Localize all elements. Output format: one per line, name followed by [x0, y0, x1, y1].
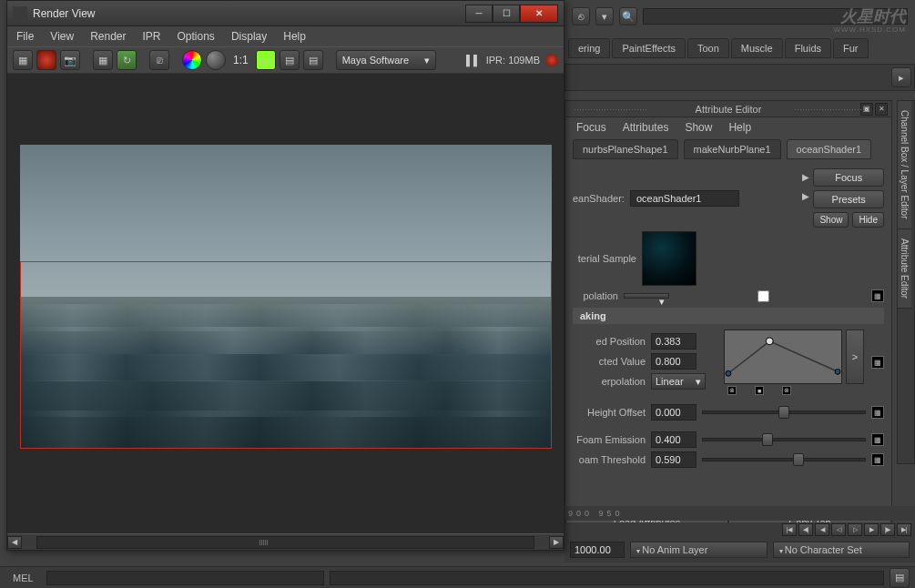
ae-title-text: Attribute Editor	[696, 104, 762, 115]
ae-menu-help[interactable]: Help	[728, 121, 751, 134]
menu-ipr[interactable]: IPR	[143, 30, 161, 43]
render-menubar: File View Render IPR Options Display Hel…	[7, 26, 564, 46]
toolbar-dropdown-icon[interactable]: ▾	[595, 7, 614, 25]
trunc-swatch[interactable]: ▦	[871, 289, 884, 302]
real-size-button[interactable]: ▢	[256, 50, 276, 70]
toolbar-icon[interactable]: ⎋	[572, 7, 590, 25]
char-set-dropdown[interactable]: ▾ No Character Set	[773, 542, 910, 558]
play-back-button[interactable]: ◀	[815, 523, 829, 536]
scroll-thumb[interactable]	[236, 537, 290, 548]
selected-value-field[interactable]: 0.800	[651, 353, 696, 370]
selected-value-label: cted Value	[573, 356, 646, 367]
scroll-left-button[interactable]: ◀	[7, 536, 22, 549]
ae-tab-oceanshader[interactable]: oceanShader1	[787, 139, 872, 159]
display-rgb-button[interactable]	[182, 50, 202, 70]
ae-menu-attributes[interactable]: Attributes	[623, 121, 669, 134]
ramp-handle-3[interactable]: ⊗	[782, 386, 791, 395]
goto-output-icon[interactable]: ▶	[802, 191, 809, 201]
ae-tab-nurbsplaneshape[interactable]: nurbsPlaneShape1	[573, 139, 678, 159]
shelf-tab-toon[interactable]: Toon	[687, 38, 729, 58]
remove-image-button[interactable]: ▤	[303, 50, 323, 70]
search-icon[interactable]: 🔍	[619, 7, 637, 25]
sidebar-tab-channelbox[interactable]: Channel Box / Layer Editor	[898, 101, 911, 229]
material-sample-swatch[interactable]	[642, 231, 696, 286]
ramp-graph[interactable]	[724, 329, 842, 384]
step-back-button[interactable]: ◀|	[798, 523, 813, 536]
render-region-button[interactable]	[36, 50, 56, 70]
ae-menu-focus[interactable]: Focus	[576, 121, 606, 134]
foam-emission-slider[interactable]	[702, 438, 866, 441]
refresh-ipr-button[interactable]: ↻	[117, 50, 137, 70]
ramp-next-button[interactable]: >	[846, 329, 864, 384]
section-header[interactable]: aking	[573, 308, 884, 324]
app-icon	[13, 6, 27, 21]
goto-start-button[interactable]: |◀	[782, 523, 797, 536]
script-editor-button[interactable]: ▤	[890, 568, 910, 588]
shelf-tab-fluids[interactable]: Fluids	[785, 38, 831, 58]
goto-end-button[interactable]: ▶|	[897, 523, 911, 536]
foam-threshold-slider[interactable]	[702, 458, 866, 461]
ramp-map-swatch[interactable]: ▦	[871, 356, 884, 369]
interpolation-dropdown[interactable]: Linear	[651, 373, 706, 390]
render-viewport[interactable]	[7, 74, 564, 533]
redo-render-button[interactable]: ▦	[13, 50, 33, 70]
presets-button[interactable]: Presets	[813, 190, 884, 208]
ae-menu-show[interactable]: Show	[685, 121, 712, 134]
close-button[interactable]	[520, 5, 558, 23]
trunc-check[interactable]	[757, 290, 769, 302]
search-input[interactable]	[643, 8, 908, 25]
ae-close-icon[interactable]: ✕	[875, 103, 888, 116]
ae-pin-icon[interactable]: ▣	[860, 103, 873, 116]
cmd-input[interactable]	[46, 571, 324, 585]
goto-input-icon[interactable]: ▶	[802, 172, 809, 182]
focus-button[interactable]: Focus	[813, 168, 884, 187]
shelf-scroll-icon[interactable]: ▸	[891, 67, 911, 87]
selected-position-field[interactable]: 0.383	[651, 333, 696, 350]
foam-threshold-map[interactable]: ▦	[871, 453, 884, 466]
menu-render[interactable]: Render	[90, 30, 126, 43]
shelf-tab-painteffects[interactable]: PaintEffects	[612, 38, 686, 58]
play-fwd-button[interactable]: ▶	[864, 523, 879, 536]
shelf-tab-rendering[interactable]: ering	[568, 38, 610, 58]
frame-back-button[interactable]: ◁	[831, 523, 846, 536]
maximize-button[interactable]	[493, 5, 520, 23]
keep-image-button[interactable]: ▤	[280, 50, 300, 70]
titlebar[interactable]: Render View	[7, 1, 564, 26]
hide-button[interactable]: Hide	[852, 212, 884, 228]
height-offset-map[interactable]: ▦	[871, 406, 884, 419]
height-offset-slider[interactable]	[702, 411, 866, 414]
shader-name-field[interactable]: oceanShader1	[630, 190, 739, 207]
ipr-render-button[interactable]: ▦	[93, 50, 113, 70]
shelf-tab-fur[interactable]: Fur	[833, 38, 869, 58]
render-globals-button[interactable]: ⎚	[149, 50, 169, 70]
foam-emission-map[interactable]: ▦	[871, 433, 884, 446]
show-button[interactable]: Show	[813, 212, 849, 228]
minimize-button[interactable]	[465, 5, 493, 23]
height-offset-field[interactable]: 0.000	[651, 404, 696, 421]
snapshot-button[interactable]: 📷	[60, 50, 80, 70]
menu-display[interactable]: Display	[231, 30, 267, 43]
menu-file[interactable]: File	[16, 30, 34, 43]
menu-options[interactable]: Options	[178, 30, 215, 43]
ipr-pause-icon[interactable]: ▌▌	[466, 55, 481, 66]
step-fwd-button[interactable]: |▶	[880, 523, 895, 536]
ramp-handle-2[interactable]: ■	[755, 386, 764, 395]
end-frame-field[interactable]: 1000.00	[570, 542, 625, 558]
foam-emission-field[interactable]: 0.400	[651, 431, 696, 448]
shelf-tab-muscle[interactable]: Muscle	[731, 38, 783, 58]
time-ruler[interactable]: 900 950	[564, 506, 915, 521]
trunc-dropdown[interactable]	[624, 293, 669, 299]
renderer-dropdown[interactable]: Maya Software	[336, 50, 436, 70]
ramp-handle-1[interactable]: ⊗	[727, 386, 737, 395]
cmd-lang-label[interactable]: MEL	[5, 573, 41, 583]
anim-layer-dropdown[interactable]: ▾ No Anim Layer	[630, 542, 768, 558]
menu-help[interactable]: Help	[283, 30, 306, 43]
display-alpha-button[interactable]	[206, 50, 226, 70]
foam-threshold-field[interactable]: 0.590	[651, 451, 696, 468]
scroll-right-button[interactable]: ▶	[549, 536, 564, 549]
ae-tab-makenurbplane[interactable]: makeNurbPlane1	[684, 139, 781, 159]
scroll-track[interactable]	[36, 536, 534, 549]
menu-view[interactable]: View	[50, 30, 74, 43]
sidebar-tab-attribute-editor[interactable]: Attribute Editor	[898, 229, 911, 309]
frame-fwd-button[interactable]: ▷	[848, 523, 862, 536]
